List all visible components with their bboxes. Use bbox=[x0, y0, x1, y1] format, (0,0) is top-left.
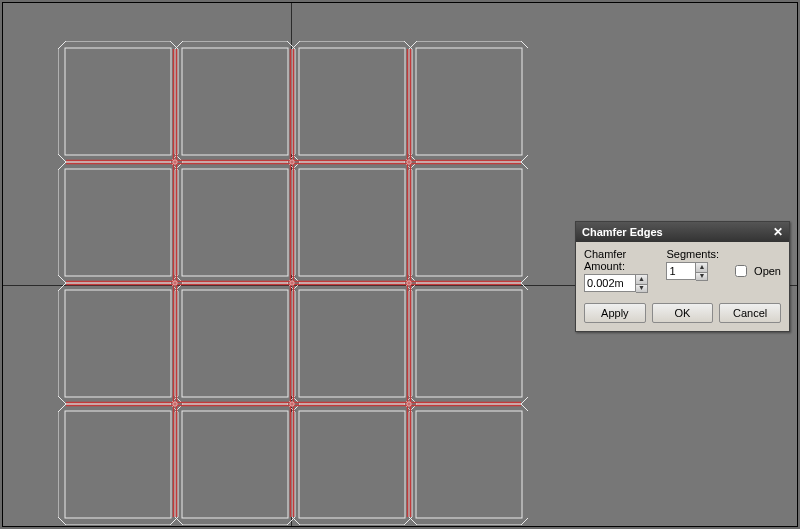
segments-down[interactable]: ▼ bbox=[696, 272, 707, 281]
segments-input[interactable] bbox=[666, 262, 696, 280]
open-checkbox-wrap[interactable]: Open bbox=[731, 248, 781, 280]
viewport[interactable]: Chamfer Edges ✕ Chamfer Amount: ▲ ▼ bbox=[3, 3, 797, 526]
dialog-title: Chamfer Edges bbox=[582, 226, 663, 238]
chamfer-amount-up[interactable]: ▲ bbox=[636, 275, 647, 284]
segments-up[interactable]: ▲ bbox=[696, 263, 707, 272]
ok-button[interactable]: OK bbox=[652, 303, 714, 323]
segments-label: Segments: bbox=[666, 248, 719, 260]
cancel-button[interactable]: Cancel bbox=[719, 303, 781, 323]
open-label: Open bbox=[754, 265, 781, 277]
open-checkbox[interactable] bbox=[735, 265, 747, 277]
chamfer-amount-down[interactable]: ▼ bbox=[636, 284, 647, 293]
close-icon[interactable]: ✕ bbox=[770, 225, 786, 240]
chamfer-amount-input[interactable] bbox=[584, 274, 636, 292]
wireframe-mesh bbox=[58, 41, 528, 525]
chamfer-edges-dialog: Chamfer Edges ✕ Chamfer Amount: ▲ ▼ bbox=[575, 221, 790, 332]
dialog-titlebar[interactable]: Chamfer Edges ✕ bbox=[576, 222, 789, 242]
chamfer-amount-label: Chamfer Amount: bbox=[584, 248, 658, 272]
apply-button[interactable]: Apply bbox=[584, 303, 646, 323]
